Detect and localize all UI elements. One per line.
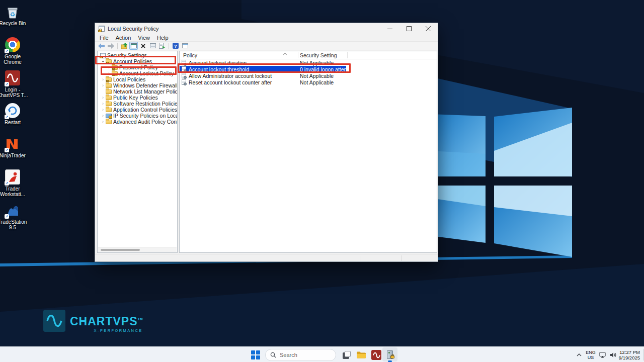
show-hide-console-tree-button[interactable] [129, 42, 138, 50]
volume-icon[interactable] [608, 347, 618, 362]
chevron-right-icon[interactable]: › [101, 102, 105, 106]
back-button[interactable] [97, 42, 106, 50]
tree-item-software-restriction-policies[interactable]: › Software Restriction Policies [98, 101, 177, 107]
column-header-security-setting[interactable]: Security Setting [300, 52, 337, 58]
maximize-button[interactable] [399, 23, 419, 34]
tray-overflow-chevron[interactable] [575, 347, 584, 362]
chevron-right-icon[interactable]: › [107, 71, 111, 76]
tree-item-application-control-policies[interactable]: › Application Control Policies [98, 107, 177, 113]
shortcut-arrow-icon: ↗ [5, 49, 9, 53]
tray-time: 12:27 PM [619, 349, 640, 355]
desktop-icon-ninjatrader[interactable]: ↗ NinjaTrader [0, 136, 29, 168]
scrollbar-thumb[interactable] [101, 249, 140, 251]
minimize-button[interactable] [380, 23, 399, 34]
window-titlebar[interactable]: Local Security Policy [95, 23, 438, 34]
shortcut-arrow-icon: ↗ [5, 148, 9, 152]
language-indicator[interactable]: ENG US [585, 347, 597, 362]
window-title: Local Security Policy [108, 26, 159, 32]
desktop-icon-recycle-bin[interactable]: ♻ Recycle Bin [0, 4, 29, 36]
shortcut-arrow-icon: ↗ [5, 82, 9, 86]
taskbar-search[interactable] [265, 349, 336, 361]
tree-item-account-policies[interactable]: › Account Policies [98, 58, 177, 64]
tree-item-advanced-audit-policy[interactable]: › Advanced Audit Policy Configuration [98, 119, 177, 125]
up-one-level-button[interactable] [120, 42, 128, 50]
chartvps-taskbar-button[interactable] [371, 349, 382, 360]
forward-button[interactable] [107, 42, 115, 50]
tree-item-public-key-policies[interactable]: › Public Key Policies [98, 95, 177, 101]
chartvps-logo-icon [43, 310, 65, 332]
policy-doc-icon [182, 66, 186, 72]
search-input[interactable] [280, 352, 330, 358]
local-security-policy-window: Local Security Policy File Action View H… [95, 23, 438, 262]
desktop-icon-trader-workstation[interactable]: ↗ Trader Workstati... [0, 169, 29, 201]
desktop-icon-tradestation[interactable]: ↗ TradeStation 9.5 [0, 202, 29, 234]
policy-row-allow-administrator-account-lockout[interactable]: Allow Administrator account lockout Not … [180, 72, 437, 79]
task-view-button[interactable] [341, 349, 352, 360]
chevron-right-icon[interactable]: › [101, 120, 105, 124]
tree-item-windows-defender-firewall[interactable]: › Windows Defender Firewall with Adva [98, 82, 177, 88]
column-header-policy[interactable]: Policy [183, 52, 197, 58]
file-explorer-button[interactable] [356, 349, 367, 360]
chevron-right-icon[interactable]: › [101, 83, 105, 88]
search-icon [270, 352, 276, 358]
column-divider[interactable] [347, 52, 348, 58]
delete-button[interactable] [139, 42, 147, 50]
toolbar-separator [117, 43, 118, 49]
policy-row-reset-account-lockout-counter[interactable]: Reset account lockout counter after Not … [180, 79, 437, 85]
desktop-icon-google-chrome[interactable]: ↗ Google Chrome [0, 37, 29, 69]
chevron-right-icon[interactable]: › [101, 77, 105, 82]
chevron-down-icon[interactable]: › [101, 59, 105, 64]
chevron-right-icon[interactable]: › [101, 96, 105, 100]
console-content: Security Settings › Account Policies › P… [95, 50, 438, 254]
desktop-icon-label: TradeStation 9.5 [0, 220, 29, 230]
folder-lock-icon [112, 65, 118, 70]
menu-help[interactable]: Help [153, 35, 172, 41]
menu-view[interactable]: View [134, 35, 153, 41]
folder-icon [106, 89, 112, 94]
policy-row-account-lockout-threshold[interactable]: Account lockout threshold 0 invalid logo… [180, 66, 437, 72]
shortcut-arrow-icon: ↗ [5, 115, 9, 119]
chartvps-sine-icon [371, 350, 381, 360]
ip-security-icon [106, 114, 112, 118]
desktop: ♻ Recycle Bin ↗ Google Chrome ↗ Login - … [0, 0, 644, 362]
desktop-icon-label: Restart [0, 120, 29, 126]
policy-row-account-lockout-duration[interactable]: Account lockout duration Not Applicable [180, 59, 437, 66]
desktop-icon-label: Login - ChartVPS T... [0, 87, 29, 98]
list-header: Policy Security Setting [180, 51, 437, 59]
clock[interactable]: 12:27 PM 9/19/2025 [617, 347, 642, 362]
network-icon[interactable] [598, 347, 608, 362]
chevron-right-icon[interactable]: › [107, 65, 111, 70]
chevron-right-icon[interactable]: › [101, 108, 105, 112]
desktop-icon-label: Google Chrome [0, 54, 29, 65]
help-button[interactable]: ? [171, 42, 180, 50]
tree-item-local-policies[interactable]: › Local Policies [98, 76, 177, 82]
desktop-icon-label: NinjaTrader [0, 153, 29, 159]
horizontal-scrollbar[interactable] [98, 247, 177, 252]
svg-text:?: ? [174, 44, 177, 49]
close-button[interactable] [419, 23, 438, 34]
desktop-icon-login-chartvps[interactable]: ↗ Login - ChartVPS T... [0, 70, 29, 102]
ninjatrader-icon: ↗ [5, 136, 21, 152]
desktop-icon-label: Recycle Bin [0, 21, 29, 27]
properties-button[interactable] [148, 42, 157, 50]
local-security-policy-taskbar-button[interactable] [382, 347, 397, 361]
desktop-icon-restart[interactable]: ↗ Restart [0, 103, 29, 135]
chevron-right-icon[interactable]: › [101, 114, 105, 118]
shortcut-arrow-icon: ↗ [5, 181, 9, 186]
menu-file[interactable]: File [96, 35, 112, 41]
local-security-policy-icon [387, 350, 393, 359]
tree-item-security-settings[interactable]: Security Settings [98, 52, 177, 58]
start-button[interactable] [250, 349, 261, 360]
folder-icon [356, 350, 366, 360]
tree-item-account-lockout-policy[interactable]: › Account Lockout Policy [98, 70, 177, 76]
security-settings-icon [100, 53, 106, 58]
export-list-button[interactable] [158, 42, 167, 50]
tree-item-network-list-manager-policies[interactable]: Network List Manager Policies [98, 88, 177, 95]
tree-item-ip-security-policies[interactable]: › IP Security Policies on Local Compute [98, 113, 177, 119]
column-divider[interactable] [298, 52, 298, 58]
tree-item-password-policy[interactable]: › Password Policy [98, 64, 177, 70]
menu-action[interactable]: Action [112, 35, 135, 41]
sort-ascending-icon [283, 53, 287, 56]
new-window-button[interactable] [181, 42, 189, 50]
menu-bar: File Action View Help [95, 34, 438, 41]
